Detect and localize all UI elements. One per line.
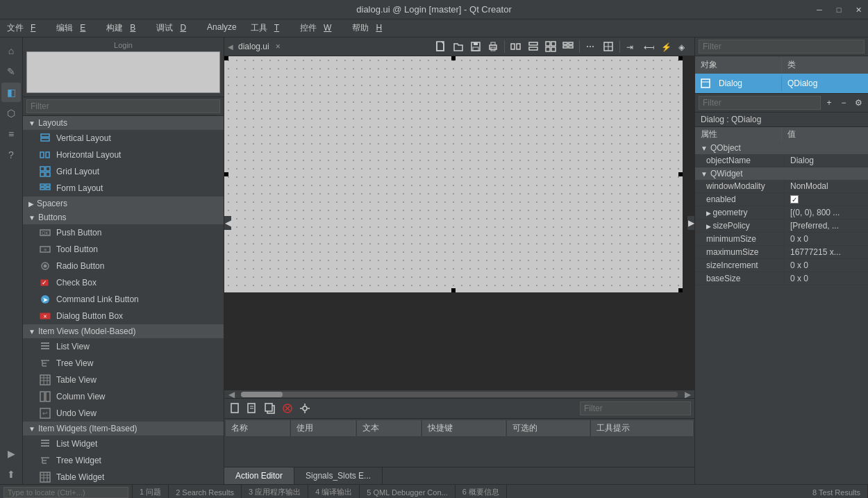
prop-windowmodality-val[interactable]: NonModal	[785, 180, 868, 192]
toolbar-adjust-size[interactable]	[601, 39, 616, 54]
locate-input[interactable]	[3, 487, 128, 498]
status-tests[interactable]: 8 Test Results	[806, 485, 868, 498]
prop-section-qobject[interactable]: ▼ QObject	[695, 142, 868, 154]
prop-filter-input[interactable]	[699, 96, 821, 110]
prop-minimumsize-val[interactable]: 0 x 0	[785, 233, 868, 245]
action-edit[interactable]	[245, 401, 260, 416]
action-new[interactable]	[228, 401, 243, 416]
design-canvas[interactable]	[224, 56, 683, 292]
widget-list-view[interactable]: List View	[23, 338, 224, 355]
obj-filter-input[interactable]	[699, 40, 865, 53]
toolbar-layout-form[interactable]	[560, 39, 576, 54]
category-item-widgets[interactable]: ▼ Item Widgets (Item-Based)	[23, 422, 224, 435]
status-compile[interactable]: 4 编译输出	[308, 485, 360, 498]
build-run-icon[interactable]: ▶	[1, 444, 21, 463]
status-app-output[interactable]: 3 应用程序输出	[242, 485, 308, 498]
prop-sizepolicy-val[interactable]: [Preferred, ...	[785, 219, 868, 232]
widget-table-view[interactable]: Table View	[23, 372, 224, 388]
menu-help[interactable]: 帮助H	[345, 19, 396, 37]
edit-mode-icon[interactable]: ✎	[1, 62, 21, 81]
menu-tools[interactable]: 工具T	[244, 19, 293, 37]
deploy-icon[interactable]: ⬆	[1, 465, 21, 484]
prop-enabled-val[interactable]: ✓	[785, 193, 868, 206]
action-copy[interactable]	[262, 401, 278, 416]
status-qml[interactable]: 5 QML Debugger Con...	[360, 485, 455, 498]
menu-debug[interactable]: 调试D	[149, 19, 200, 37]
widget-horizontal-layout[interactable]: Horizontal Layout	[23, 147, 224, 163]
action-delete[interactable]	[280, 401, 295, 416]
widget-tree-widget[interactable]: Tree Widget	[23, 452, 224, 469]
prop-sizeincrement-val[interactable]: 0 x 0	[785, 259, 868, 272]
widget-list-widget[interactable]: List Widget	[23, 435, 224, 452]
widget-command-link-button[interactable]: ➤ Command Link Button	[23, 291, 224, 308]
tab-signals-slots[interactable]: Signals_Slots E...	[294, 467, 383, 484]
hscroll-track[interactable]	[241, 392, 678, 397]
tab-arrow-left[interactable]: ◀	[228, 43, 233, 51]
status-problems[interactable]: 1 问题	[133, 485, 169, 498]
prop-add-btn[interactable]: +	[823, 97, 835, 109]
widget-tool-button[interactable]: ≡ Tool Button	[23, 241, 224, 258]
category-layouts[interactable]: ▼ Layouts	[23, 116, 224, 130]
toolbar-layout-grid[interactable]	[543, 39, 558, 54]
status-search[interactable]: 2 Search Results	[169, 485, 242, 498]
prop-minus-btn[interactable]: −	[837, 97, 850, 109]
canvas-scroll-left[interactable]: ◀	[224, 216, 231, 230]
toolbar-signals[interactable]: ⚡	[658, 39, 674, 54]
prop-objectname-val[interactable]: Dialog	[785, 154, 868, 167]
toolbar-print-icon[interactable]	[485, 39, 501, 54]
toolbar-resources[interactable]: ◈	[676, 39, 691, 54]
prop-geometry-val[interactable]: [(0, 0), 800 ...	[785, 206, 868, 219]
toolbar-layout-v[interactable]	[526, 39, 541, 54]
prop-section-qwidget[interactable]: ▼ QWidget	[695, 167, 868, 180]
help-mode-icon[interactable]: ?	[1, 145, 21, 165]
prop-maximumsize-val[interactable]: 16777215 x...	[785, 246, 868, 258]
canvas-tab-close[interactable]: ×	[276, 42, 281, 51]
welcome-icon[interactable]: ⌂	[1, 41, 21, 60]
hscroll-thumb[interactable]	[241, 392, 283, 397]
toolbar-new-icon[interactable]	[433, 39, 449, 54]
toolbar-layout-h[interactable]	[508, 39, 524, 54]
widget-check-box[interactable]: ✓ Check Box	[23, 274, 224, 291]
maximize-button[interactable]: □	[829, 0, 849, 19]
widget-form-layout[interactable]: Form Layout	[23, 180, 224, 197]
widget-grid-layout[interactable]: Grid Layout	[23, 163, 224, 180]
close-button[interactable]: ✕	[849, 0, 868, 19]
obj-selected-row[interactable]: Dialog QDialog	[695, 74, 868, 93]
canvas-scroll-right[interactable]: ▶	[687, 216, 694, 230]
toolbar-buddy[interactable]: ⟷	[641, 39, 656, 54]
menu-file[interactable]: 文件F	[0, 19, 49, 37]
category-buttons[interactable]: ▼ Buttons	[23, 210, 224, 224]
canvas-tab[interactable]: dialog.ui	[238, 42, 269, 51]
widget-column-view[interactable]: Column View	[23, 388, 224, 405]
menu-analyze[interactable]: Analyze	[200, 19, 244, 37]
status-summary[interactable]: 6 概要信息	[456, 485, 507, 498]
category-spacers[interactable]: ▶ Spacers	[23, 197, 224, 210]
toolbar-break-layout[interactable]	[583, 39, 599, 54]
widget-dialog-button-box[interactable]: ✕ Dialog Button Box	[23, 308, 224, 324]
debug-mode-icon[interactable]: ⬡	[1, 103, 21, 123]
toolbar-save-icon[interactable]	[468, 39, 483, 54]
enabled-checkbox[interactable]: ✓	[790, 195, 799, 204]
widget-tree-view[interactable]: Tree View	[23, 355, 224, 372]
toolbar-open-icon[interactable]	[451, 39, 466, 54]
tab-action-editor[interactable]: Action Editor	[224, 467, 294, 484]
menu-edit[interactable]: 编辑E	[49, 19, 99, 37]
widget-table-widget[interactable]: Table Widget	[23, 469, 224, 484]
project-mode-icon[interactable]: ≡	[1, 124, 21, 144]
action-filter-input[interactable]	[580, 401, 691, 415]
widget-undo-view[interactable]: ↩ Undo View	[23, 405, 224, 422]
action-settings[interactable]	[297, 401, 312, 416]
widget-push-button[interactable]: OK Push Button	[23, 224, 224, 241]
widget-filter-input[interactable]	[26, 99, 220, 113]
minimize-button[interactable]: ─	[810, 0, 829, 19]
category-item-views[interactable]: ▼ Item Views (Model-Based)	[23, 324, 224, 338]
menu-widgets[interactable]: 控件W	[293, 19, 345, 37]
widget-vertical-layout[interactable]: Vertical Layout	[23, 130, 224, 147]
canvas-area[interactable]: ◀ ▶	[224, 56, 694, 390]
design-mode-icon[interactable]: ◧	[1, 83, 21, 102]
canvas-hscroll[interactable]: ◀ ▶	[224, 390, 694, 398]
menu-build[interactable]: 构建B	[99, 19, 149, 37]
prop-settings-btn[interactable]: ⚙	[852, 97, 865, 109]
toolbar-taborder[interactable]: ⇥	[624, 39, 639, 54]
prop-basesize-val[interactable]: 0 x 0	[785, 272, 868, 285]
